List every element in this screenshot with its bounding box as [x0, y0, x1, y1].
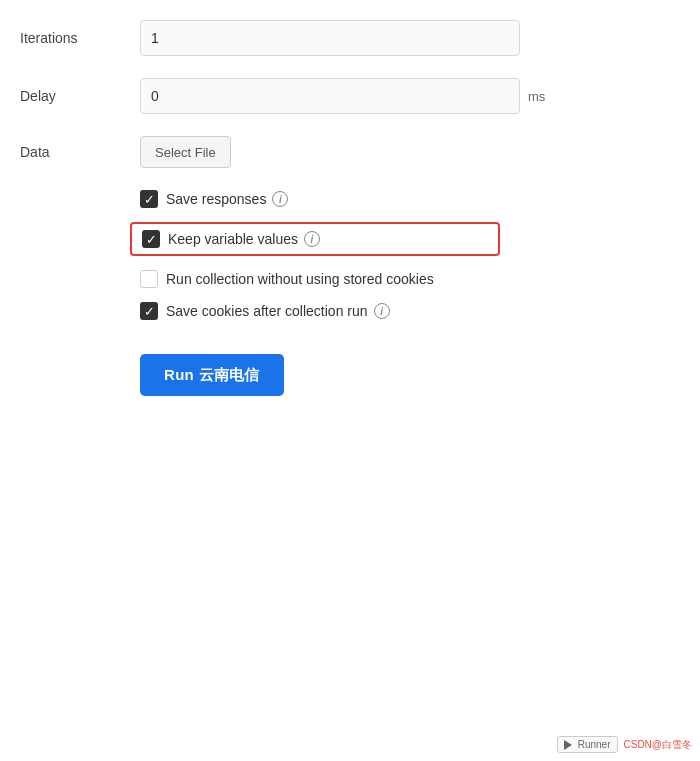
- runner-label: Runner: [578, 739, 611, 750]
- main-container: Iterations Delay ms Data Select File ✓ S…: [0, 0, 700, 416]
- delay-suffix: ms: [528, 89, 545, 104]
- save-responses-checkmark: ✓: [144, 193, 155, 206]
- delay-input[interactable]: [140, 78, 520, 114]
- save-cookies-checkbox[interactable]: ✓: [140, 302, 158, 320]
- save-responses-label: Save responses: [166, 191, 266, 207]
- keep-variable-values-checkmark: ✓: [146, 233, 157, 246]
- select-file-button[interactable]: Select File: [140, 136, 231, 168]
- iterations-label: Iterations: [20, 30, 140, 46]
- watermark-area: Runner CSDN@白雪冬: [557, 736, 692, 753]
- save-cookies-info-icon: i: [374, 303, 390, 319]
- run-without-cookies-row: Run collection without using stored cook…: [140, 270, 680, 288]
- delay-row: Delay ms: [20, 78, 680, 114]
- save-cookies-checkmark: ✓: [144, 305, 155, 318]
- keep-variable-values-label: Keep variable values: [168, 231, 298, 247]
- data-row: Data Select File: [20, 136, 680, 168]
- data-label: Data: [20, 144, 140, 160]
- keep-variable-values-row: ✓ Keep variable values i: [130, 222, 500, 256]
- run-without-cookies-checkbox[interactable]: [140, 270, 158, 288]
- run-button-container: Run 云南电信: [20, 334, 680, 396]
- save-responses-row: ✓ Save responses i: [140, 190, 680, 208]
- delay-label: Delay: [20, 88, 140, 104]
- keep-variable-values-checkbox[interactable]: ✓: [142, 230, 160, 248]
- save-responses-checkbox[interactable]: ✓: [140, 190, 158, 208]
- play-icon: [564, 740, 574, 750]
- keep-variable-values-checkbox-wrapper[interactable]: ✓ Keep variable values i: [142, 230, 320, 248]
- run-button[interactable]: Run 云南电信: [140, 354, 284, 396]
- site-label: CSDN@白雪冬: [624, 738, 693, 752]
- keep-variable-values-info-icon: i: [304, 231, 320, 247]
- run-without-cookies-label: Run collection without using stored cook…: [166, 271, 434, 287]
- save-cookies-checkbox-wrapper[interactable]: ✓ Save cookies after collection run i: [140, 302, 390, 320]
- save-cookies-row: ✓ Save cookies after collection run i: [140, 302, 680, 320]
- save-responses-checkbox-wrapper[interactable]: ✓ Save responses i: [140, 190, 288, 208]
- save-cookies-label: Save cookies after collection run: [166, 303, 368, 319]
- save-responses-info-icon: i: [272, 191, 288, 207]
- run-without-cookies-checkbox-wrapper[interactable]: Run collection without using stored cook…: [140, 270, 434, 288]
- iterations-row: Iterations: [20, 20, 680, 56]
- iterations-input[interactable]: [140, 20, 520, 56]
- runner-badge: Runner: [557, 736, 618, 753]
